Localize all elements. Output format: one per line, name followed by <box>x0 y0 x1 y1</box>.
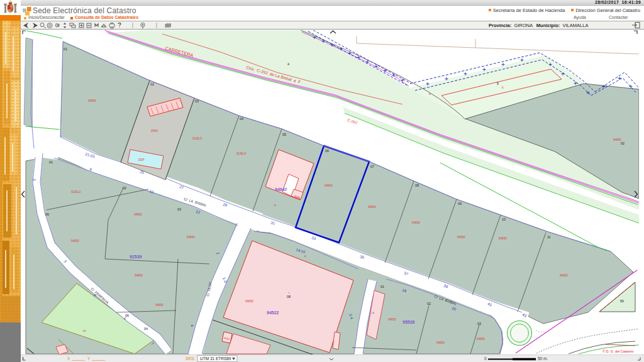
svg-text:94850: 94850 <box>155 304 164 307</box>
svg-text:SRS:: SRS: <box>186 356 195 361</box>
svg-text:0: 0 <box>484 356 487 361</box>
svg-text:4: 4 <box>287 62 289 66</box>
svg-text:SUELO: SUELO <box>71 190 81 194</box>
svg-text:5: 5 <box>497 82 499 85</box>
svg-text:10: 10 <box>502 217 506 221</box>
svg-text:92539: 92539 <box>130 255 142 259</box>
svg-text:02: 02 <box>427 302 431 305</box>
svg-text:02: 02 <box>123 186 126 190</box>
svg-text:SUELO: SUELO <box>236 152 247 155</box>
svg-text:94860: 94860 <box>325 184 333 187</box>
svg-text:01: 01 <box>380 285 384 288</box>
svg-text:03: 03 <box>477 322 481 326</box>
svg-text:09: 09 <box>458 202 462 206</box>
svg-text:SUELO: SUELO <box>192 137 203 140</box>
svg-text:i: i <box>289 291 289 294</box>
svg-text:DSP: DSP <box>138 158 144 162</box>
svg-text:b: b <box>502 86 504 89</box>
svg-text:03: 03 <box>177 207 181 211</box>
svg-text:a: a <box>304 255 306 258</box>
svg-text:94850: 94850 <box>368 206 376 209</box>
svg-text:02: 02 <box>150 82 154 86</box>
svg-text:Y: Y <box>87 356 91 361</box>
svg-text:94850: 94850 <box>134 213 142 216</box>
svg-text:08: 08 <box>287 295 291 299</box>
svg-text:94850: 94850 <box>477 337 485 341</box>
svg-text:ZPAV: ZPAV <box>151 129 158 133</box>
svg-text:94850: 94850 <box>388 318 396 321</box>
svg-text:94850: 94850 <box>88 99 96 102</box>
svg-text:06: 06 <box>45 212 49 216</box>
svg-text:a: a <box>429 92 431 96</box>
svg-text:94850: 94850 <box>412 221 420 224</box>
svg-text:50 m.: 50 m. <box>538 356 548 361</box>
svg-text:UTM 31 ETRS89: UTM 31 ETRS89 <box>200 356 231 361</box>
svg-text:94850: 94850 <box>187 236 195 239</box>
svg-text:95526: 95526 <box>402 320 415 324</box>
svg-text:X: X <box>67 356 70 361</box>
svg-text:07: 07 <box>370 165 374 168</box>
svg-text:94850: 94850 <box>560 274 568 277</box>
svg-text:04: 04 <box>144 327 148 331</box>
svg-text:11: 11 <box>547 235 551 239</box>
svg-text:zo: zo <box>83 329 86 332</box>
svg-text:94850: 94850 <box>457 236 465 239</box>
svg-text:56: 56 <box>620 299 624 303</box>
svg-text:94850: 94850 <box>436 341 445 344</box>
svg-text:06: 06 <box>325 149 329 153</box>
svg-text:02: 02 <box>621 141 625 145</box>
svg-text:94522: 94522 <box>267 310 279 315</box>
svg-text:94850: 94850 <box>135 274 143 277</box>
svg-text:94947: 94947 <box>275 187 287 192</box>
svg-text:94850: 94850 <box>499 237 507 240</box>
svg-text:03: 03 <box>195 99 199 103</box>
svg-text:94850: 94850 <box>245 300 253 303</box>
svg-text:© D. G. del Catastro: © D. G. del Catastro <box>602 349 634 353</box>
svg-text:04: 04 <box>240 117 243 121</box>
svg-text:01: 01 <box>49 160 53 164</box>
svg-text:01: 01 <box>64 47 67 51</box>
svg-text:05: 05 <box>282 133 286 136</box>
svg-text:a: a <box>274 204 276 207</box>
svg-text:08: 08 <box>415 184 419 187</box>
svg-text:94850: 94850 <box>71 239 79 243</box>
